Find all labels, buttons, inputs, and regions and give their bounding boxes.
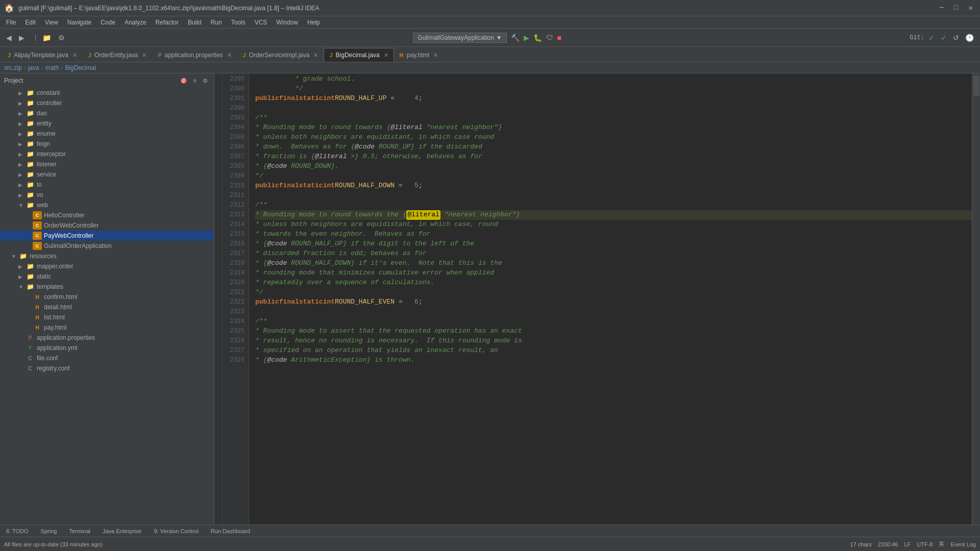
tab-close-button[interactable]: ✕ [142,52,146,59]
tree-item-file-conf[interactable]: Cfile.conf [0,353,214,363]
sidebar-locate-button[interactable]: 🎯 [178,77,189,85]
tab-close-button[interactable]: ✕ [433,52,438,59]
git-checkmark2[interactable]: ✓ [939,33,949,43]
sidebar-settings-button[interactable]: ⚙ [201,77,210,85]
menu-item-run[interactable]: Run [207,18,226,27]
tree-item-constant[interactable]: ▶📁constant [0,88,214,98]
tree-item-application-yml[interactable]: Yapplication.yml [0,343,214,353]
tree-item-pay-html[interactable]: Hpay.html [0,322,214,333]
tab-appprops[interactable]: Papplication.properties✕ [152,48,237,62]
tab-order[interactable]: JOrderEntity.java✕ [83,48,152,62]
settings-button[interactable]: ⚙ [56,33,67,43]
nav-forward-button[interactable]: ▶ [17,33,27,43]
menu-item-window[interactable]: Window [272,18,302,27]
tab-bigdecimal[interactable]: JBigDecimal.java✕ [324,48,394,62]
breadcrumb-part-java[interactable]: java [28,64,39,71]
menu-item-code[interactable]: Code [96,18,119,27]
tree-item-feign[interactable]: ▶📁feign [0,139,214,149]
tree-item-interceptor[interactable]: ▶📁interceptor [0,149,214,159]
tab-payhtml[interactable]: Hpay.html✕ [394,48,444,62]
git-history-button[interactable]: 🕐 [963,33,976,43]
maximize-button[interactable]: □ [951,3,961,13]
stop-button[interactable]: ■ [555,33,564,43]
menu-item-analyze[interactable]: Analyze [120,18,151,27]
bottom-tool-run-dashboard[interactable]: Run Dashboard [209,527,252,535]
tree-item-paywebcontroller[interactable]: CPayWebController [0,231,214,241]
menu-item-edit[interactable]: Edit [21,18,40,27]
code-line: /** [255,113,972,123]
bottom-tool-terminal[interactable]: Terminal [67,527,92,535]
tree-item-service[interactable]: ▶📁service [0,169,214,180]
menu-item-vcs[interactable]: VCS [251,18,272,27]
sidebar-expand-button[interactable]: ≡ [191,77,199,85]
tree-item-static[interactable]: ▶📁static [0,271,214,282]
menu-item-refactor[interactable]: Refactor [152,18,183,27]
tree-item-web[interactable]: ▼📁web [0,200,214,210]
tree-item-entity[interactable]: ▶📁entity [0,118,214,129]
git-revert-button[interactable]: ↺ [951,33,961,43]
tree-item-orderwebcontroller[interactable]: COrderWebController [0,220,214,231]
tab-close-button[interactable]: ✕ [313,52,318,59]
tree-item-application-properties[interactable]: Papplication.properties [0,333,214,343]
tab-orderservice[interactable]: JOrderServiceImpl.java✕ [237,48,324,62]
tree-item-label: pay.html [44,324,66,331]
event-log-label[interactable]: Event Log [950,541,976,547]
tab-close-button[interactable]: ✕ [227,52,232,59]
breadcrumb-part-bigdecimal[interactable]: BigDecimal [65,64,96,71]
tree-item-dao[interactable]: ▶📁dao [0,108,214,118]
git-checkmark1[interactable]: ✓ [926,33,937,43]
menu-item-help[interactable]: Help [303,18,324,27]
close-button[interactable]: ✕ [966,3,976,13]
git-section: Git: ✓ ✓ ↺ 🕐 [910,33,976,43]
tree-item-label: constant [37,89,60,96]
tree-item-registry-conf[interactable]: Cregistry.conf [0,363,214,373]
right-scroll-thumb[interactable] [973,76,979,96]
tree-item-vo[interactable]: ▶📁vo [0,190,214,200]
tree-item-enume[interactable]: ▶📁enume [0,129,214,139]
tree-item-gulimallorderapplication[interactable]: CGulimallOrderApplication [0,241,214,251]
tree-item-templates[interactable]: ▼📁templates [0,282,214,292]
minimize-button[interactable]: ─ [937,3,947,13]
bottom-tool-todo[interactable]: 6: TODO [4,527,31,535]
run-config-selector[interactable]: GulimallGatewayApplication ▼ [413,33,506,43]
tree-item-to[interactable]: ▶📁to [0,180,214,190]
bottom-tool-version-control[interactable]: 9: Version Control [152,527,200,535]
menu-item-file[interactable]: File [2,18,20,27]
code-line: */ [255,84,972,94]
tree-item-controller[interactable]: ▶📁controller [0,98,214,108]
tree-item-label: templates [37,283,63,290]
tree-item-label: web [37,202,48,209]
tab-close-button[interactable]: ✕ [72,52,77,59]
tab-alipay[interactable]: JAlipayTemplate.java✕ [2,48,83,62]
code-line: * Rounding mode to assert that the reque… [255,327,972,336]
tree-item-confirm-html[interactable]: Hconfirm.html [0,292,214,302]
bottom-tool-java-enterprise[interactable]: Java Enterprise [101,527,143,535]
code-content[interactable]: * grade school. */ public final static i… [249,73,972,524]
tab-close-button[interactable]: ✕ [384,52,388,59]
menu-item-tools[interactable]: Tools [227,18,250,27]
tree-item-resources[interactable]: ▼📁resources [0,251,214,261]
tree-item-list-html[interactable]: Hlist.html [0,312,214,322]
tree-item-hellocontroller[interactable]: CHelloController [0,210,214,220]
tree-item-listener[interactable]: ▶📁listener [0,159,214,169]
breadcrumb-part-math[interactable]: math [45,64,59,71]
menu-item-navigate[interactable]: Navigate [63,18,95,27]
menu-item-build[interactable]: Build [184,18,206,27]
tree-item-detail-html[interactable]: Hdetail.html [0,302,214,312]
menu-item-view[interactable]: View [41,18,62,27]
java-file-icon: C [33,232,42,240]
nav-back-button[interactable]: ◀ [4,33,14,43]
tab-label: BigDecimal.java [336,52,380,59]
build-button[interactable]: 🔨 [509,33,522,43]
breadcrumb-part-src.zip[interactable]: src.zip [4,64,22,71]
debug-button[interactable]: 🐛 [531,33,544,43]
run-button[interactable]: ▶ [522,33,531,43]
coverage-button[interactable]: 🛡 [544,33,555,43]
code-line: public final static int ROUND_HALF_UP = … [255,94,972,104]
project-structure-button[interactable]: 📁 [40,33,53,43]
bottom-tool-spring[interactable]: Spring [39,527,59,535]
code-editor[interactable]: 2295230023012308230323042308230623072305… [223,73,972,524]
tree-item-mapper-order[interactable]: ▶📁mapper.order [0,261,214,271]
tab-java-icon: J [8,52,11,58]
folder-arrow-icon: ▶ [18,141,26,147]
